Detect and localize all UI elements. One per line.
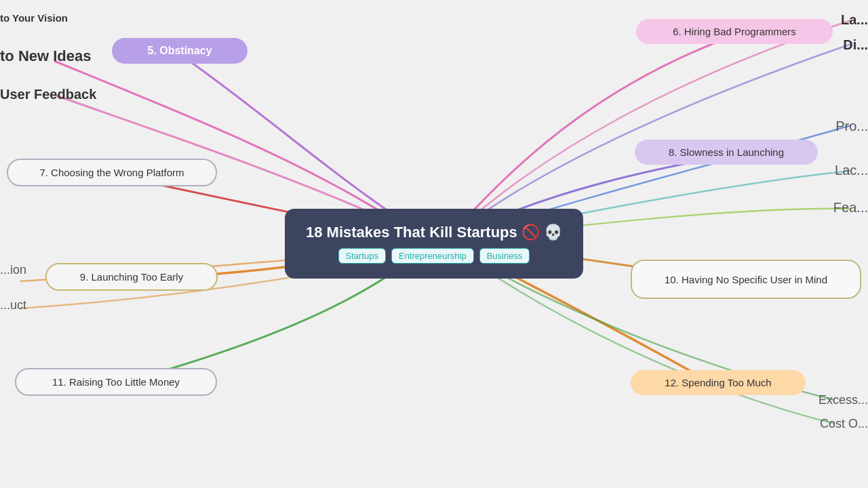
partial-excess: Excess...: [818, 393, 868, 407]
node-6-bad-programmers[interactable]: 6. Hiring Bad Programmers: [636, 19, 833, 44]
mind-map-canvas: to Your Vision to New Ideas User Feedbac…: [0, 0, 868, 488]
partial-ion: ...ion: [0, 263, 26, 277]
node-7-wrong-platform[interactable]: 7. Choosing the Wrong Platform: [7, 159, 217, 186]
partial-to-your-vision: to Your Vision: [0, 12, 68, 24]
partial-di: Di...: [843, 37, 868, 53]
center-title: 18 Mistakes That Kill Startups 🚫 💀: [306, 224, 562, 241]
partial-cost: Cost O...: [820, 417, 868, 431]
partial-to-new-ideas: to New Ideas: [0, 47, 91, 65]
node-10-no-specific-user[interactable]: 10. Having No Specific User in Mind: [631, 260, 861, 299]
partial-user-feedback: User Feedback: [0, 87, 96, 102]
center-tags: Startups Entrepreneurship Business: [338, 248, 530, 264]
node-8-slowness-launching[interactable]: 8. Slowness in Launching: [635, 140, 818, 165]
tag-startups[interactable]: Startups: [338, 248, 386, 264]
center-node[interactable]: 18 Mistakes That Kill Startups 🚫 💀 Start…: [285, 209, 583, 279]
node-5-obstinacy[interactable]: 5. Obstinacy: [112, 38, 248, 64]
partial-fea: Fea...: [833, 200, 868, 216]
node-11-raising-money[interactable]: 11. Raising Too Little Money: [15, 368, 217, 396]
tag-entrepreneurship[interactable]: Entrepreneurship: [391, 248, 474, 264]
tag-business[interactable]: Business: [479, 248, 530, 264]
node-12-spending-too-much[interactable]: 12. Spending Too Much: [631, 370, 806, 395]
node-9-launching-early[interactable]: 9. Launching Too Early: [45, 263, 218, 291]
partial-la: La...: [841, 12, 868, 28]
partial-lac: Lac...: [835, 163, 868, 178]
partial-uct: ...uct: [0, 298, 26, 312]
partial-pro: Pro...: [835, 119, 868, 134]
